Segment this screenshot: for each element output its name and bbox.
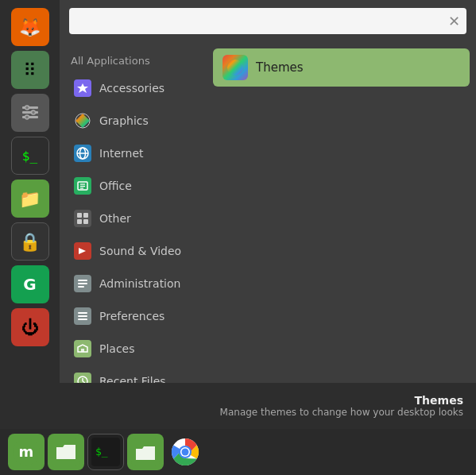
other-icon [74, 210, 91, 227]
category-label-preferences: Preferences [99, 310, 164, 322]
search-clear-button[interactable]: ✕ [448, 14, 460, 29]
svg-rect-26 [81, 349, 84, 352]
category-item-graphics[interactable]: Graphics [63, 105, 203, 137]
menu-area: Themes ✕ All Applications Accessories [60, 0, 476, 409]
svg-point-40 [182, 449, 189, 456]
app-label-themes: Themes [256, 60, 304, 75]
svg-point-4 [31, 110, 35, 114]
taskbar-icon-files[interactable] [48, 434, 84, 470]
sidebar-icon-firefox[interactable]: 🦊 [11, 8, 49, 46]
status-description: Manage themes to change how your desktop… [220, 407, 463, 418]
svg-marker-6 [77, 83, 88, 93]
category-item-other[interactable]: Other [63, 203, 203, 234]
svg-rect-15 [77, 213, 82, 218]
category-label-other: Other [99, 212, 131, 225]
svg-text:m: m [19, 443, 34, 460]
taskbar-icon-chrome[interactable] [167, 434, 203, 470]
sidebar-icon-settings[interactable] [11, 94, 49, 132]
category-item-office[interactable]: Office [63, 170, 203, 202]
category-item-internet[interactable]: Internet [63, 137, 203, 169]
sidebar-icon-terminal[interactable]: $_ [11, 137, 49, 175]
category-label-sound-video: Sound & Video [99, 245, 181, 257]
category-label-internet: Internet [99, 147, 144, 160]
search-bar: Themes ✕ [69, 8, 466, 34]
taskbar: m $_ [0, 429, 476, 475]
accessories-icon [74, 79, 91, 97]
sidebar-icon-lock[interactable]: 🔒 [11, 222, 49, 261]
svg-point-5 [25, 115, 29, 119]
svg-rect-23 [78, 312, 87, 314]
sound-video-icon [74, 242, 91, 260]
svg-rect-21 [78, 283, 87, 284]
category-item-sound-video[interactable]: Sound & Video [63, 235, 203, 267]
category-item-preferences[interactable]: Preferences [63, 300, 203, 332]
svg-rect-20 [78, 280, 87, 281]
all-apps-label: All Applications [60, 48, 207, 71]
graphics-icon [74, 112, 91, 129]
sidebar-icon-grammarly[interactable]: G [11, 265, 49, 303]
svg-rect-22 [78, 286, 84, 288]
svg-point-3 [25, 106, 29, 110]
preferences-icon [74, 307, 91, 325]
app-item-themes[interactable]: Themes [213, 48, 470, 87]
status-title: Themes [415, 394, 463, 407]
places-icon [74, 340, 91, 357]
taskbar-icon-mint[interactable]: m [8, 434, 45, 470]
svg-marker-19 [79, 248, 86, 254]
category-label-graphics: Graphics [99, 114, 149, 127]
svg-text:$_: $_ [95, 446, 108, 458]
svg-rect-17 [77, 219, 82, 224]
category-item-places[interactable]: Places [63, 333, 203, 365]
svg-rect-18 [83, 219, 88, 224]
sidebar-icon-apps[interactable]: ⠿ [11, 51, 49, 89]
category-label-places: Places [99, 342, 135, 355]
category-list: All Applications Accessories [60, 42, 207, 409]
category-label-accessories: Accessories [99, 82, 164, 95]
category-item-administration[interactable]: Administration [63, 268, 203, 299]
status-area: Themes Manage themes to change how your … [60, 383, 476, 429]
taskbar-icon-files2[interactable] [127, 434, 164, 470]
taskbar-icon-terminal[interactable]: $_ [87, 434, 124, 470]
svg-rect-24 [78, 315, 87, 317]
category-label-office: Office [99, 180, 132, 192]
administration-icon [74, 275, 91, 292]
sidebar: 🦊 ⠿ $_ 📁 🔒 G ⏻ [0, 0, 60, 429]
themes-app-icon [223, 55, 248, 80]
office-icon [74, 177, 91, 195]
app-results: Themes [207, 42, 476, 409]
sidebar-icon-files[interactable]: 📁 [11, 180, 49, 218]
search-input[interactable]: Themes [69, 8, 466, 34]
content-area: All Applications Accessories [60, 42, 476, 409]
svg-point-30 [227, 60, 243, 75]
svg-rect-16 [83, 213, 88, 218]
sidebar-icon-power[interactable]: ⏻ [11, 308, 49, 346]
category-item-accessories[interactable]: Accessories [63, 72, 203, 104]
internet-icon [74, 145, 91, 162]
svg-rect-25 [78, 319, 87, 320]
category-label-administration: Administration [99, 277, 180, 290]
